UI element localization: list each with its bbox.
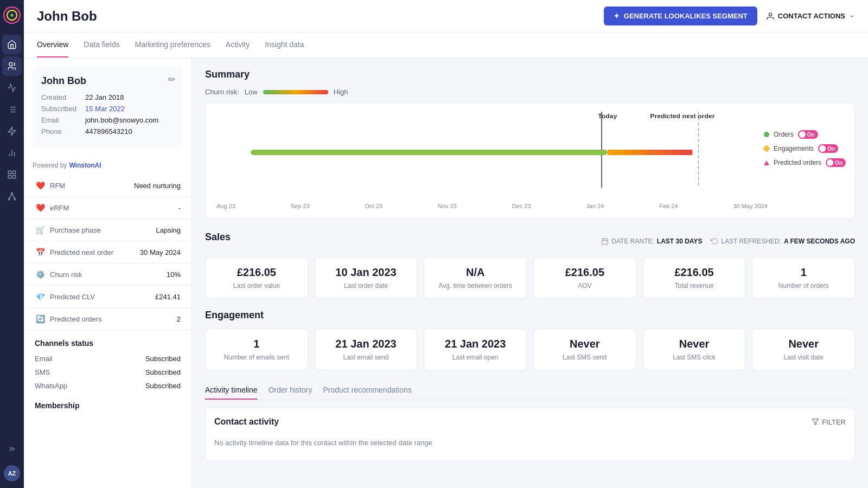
metric-churn-risk: ⚙️ Churn risk 10% <box>24 264 192 286</box>
no-activity-message: No activity timeline data for this conta… <box>214 433 846 452</box>
sidebar-expand-btn[interactable] <box>2 439 22 459</box>
contact-created-field: Created 22 Jan 2018 <box>41 93 174 101</box>
sidebar: AZ <box>0 0 24 488</box>
channels-title: Channels status <box>24 330 192 352</box>
svg-point-2 <box>10 14 14 17</box>
channel-whatsapp: WhatsApp Subscribed <box>24 379 192 393</box>
legend-orders-dot <box>764 132 769 137</box>
sales-section: Sales DATE RANTE: LAST 30 DAYS LAST REFR… <box>205 232 855 299</box>
left-panel: John Bob ✏ Created 22 Jan 2018 Subscribe… <box>24 58 192 488</box>
svg-text:Predicted next order: Predicted next order <box>650 113 715 119</box>
tab-order-history[interactable]: Order history <box>268 381 312 400</box>
powered-by: Powered by WinstonAI <box>24 156 192 175</box>
contact-card-name: John Bob <box>41 75 174 87</box>
svg-rect-28 <box>251 150 608 155</box>
sales-card-aov: £216.05 AOV <box>533 257 636 299</box>
top-header: John Bob ✦ GENERATE LOOKALIKES SEGMENT C… <box>24 0 868 33</box>
svg-rect-15 <box>13 171 16 174</box>
engagement-title: Engagement <box>205 310 855 321</box>
orders-toggle[interactable]: On <box>798 130 818 139</box>
user-avatar[interactable]: AZ <box>4 465 20 481</box>
engagement-cards: 1 Number of emails sent 21 Jan 2023 Last… <box>205 329 855 370</box>
contact-activity-section: Contact activity FILTER No activity time… <box>205 408 855 461</box>
engagement-card-last-visit-date: Never Last visit date <box>752 329 855 370</box>
edit-contact-icon[interactable]: ✏ <box>168 74 175 85</box>
churn-risk-bar: Churn risk: Low High <box>205 88 855 96</box>
engagement-card-last-email-send: 21 Jan 2023 Last email send <box>315 329 418 370</box>
channel-sms: SMS Subscribed <box>24 365 192 379</box>
metric-erfm: ❤️ eRFM - <box>24 197 192 219</box>
tab-marketing-preferences[interactable]: Marketing preferences <box>135 33 210 57</box>
risk-gradient-bar <box>263 90 328 94</box>
activity-tabs: Activity timeline Order history Product … <box>205 381 855 400</box>
churn-risk-icon: ⚙️ <box>35 269 46 280</box>
sidebar-item-home[interactable] <box>2 35 22 54</box>
metric-predicted-next-order: 📅 Predicted next order 30 May 2024 <box>24 241 192 264</box>
svg-rect-29 <box>608 150 692 155</box>
svg-rect-17 <box>8 176 11 178</box>
erfm-icon: ❤️ <box>35 202 46 213</box>
legend-engagements: Engagements On <box>764 144 846 153</box>
last-refreshed-item: LAST REFRESHED: A FEW SECONDS AGO <box>711 237 855 245</box>
page-title: John Bob <box>37 9 97 24</box>
engagement-card-last-sms-click: Never Last SMS click <box>643 329 746 370</box>
engagement-card-last-sms-send: Never Last SMS send <box>533 329 636 370</box>
filter-button[interactable]: FILTER <box>812 418 846 426</box>
content-area: John Bob ✏ Created 22 Jan 2018 Subscribe… <box>24 58 868 488</box>
sidebar-item-reports[interactable] <box>2 143 22 163</box>
sales-card-last-order-value: £216.05 Last order value <box>205 257 308 299</box>
main-content: John Bob ✦ GENERATE LOOKALIKES SEGMENT C… <box>24 0 868 488</box>
contact-activity-title: Contact activity <box>214 417 279 427</box>
legend-predicted-orders: Predicted orders On <box>764 158 846 167</box>
contact-activity-header: Contact activity FILTER <box>214 417 846 427</box>
chart-svg: Today Predicted next order <box>214 112 759 198</box>
engagement-section: Engagement 1 Number of emails sent 21 Ja… <box>205 310 855 370</box>
svg-marker-10 <box>8 127 16 136</box>
metric-predicted-orders: 🔄 Predicted orders 2 <box>24 308 192 330</box>
sales-title: Sales <box>205 232 231 243</box>
channel-email: Email Subscribed <box>24 352 192 365</box>
svg-rect-30 <box>602 239 608 245</box>
tab-overview[interactable]: Overview <box>37 33 68 57</box>
tab-insight-data[interactable]: Insight data <box>265 33 304 57</box>
sidebar-item-integrations[interactable] <box>2 187 22 206</box>
calendar-icon: 📅 <box>35 247 46 258</box>
svg-point-18 <box>11 192 13 194</box>
predicted-orders-icon: 🔄 <box>35 313 46 324</box>
legend-orders: Orders On <box>764 130 846 139</box>
right-panel: Summary Churn risk: Low High Orders On <box>192 58 868 488</box>
tab-activity-timeline[interactable]: Activity timeline <box>205 381 257 400</box>
svg-point-23 <box>769 13 771 16</box>
sidebar-item-grid[interactable] <box>2 165 22 184</box>
contact-card: John Bob ✏ Created 22 Jan 2018 Subscribe… <box>33 67 183 147</box>
app-logo[interactable] <box>3 7 21 24</box>
predicted-orders-toggle[interactable]: On <box>826 158 846 167</box>
legend-engagements-dot <box>763 145 770 152</box>
svg-rect-14 <box>8 171 11 174</box>
engagement-card-emails-sent: 1 Number of emails sent <box>205 329 308 370</box>
header-actions: ✦ GENERATE LOOKALIKES SEGMENT CONTACT AC… <box>604 7 855 25</box>
generate-lookalikes-button[interactable]: ✦ GENERATE LOOKALIKES SEGMENT <box>604 7 757 25</box>
contact-actions-button[interactable]: CONTACT ACTIONS <box>766 12 855 21</box>
svg-point-19 <box>8 198 10 200</box>
date-range-info: DATE RANTE: LAST 30 DAYS LAST REFRESHED:… <box>601 237 855 245</box>
sidebar-item-contacts[interactable] <box>2 56 22 76</box>
sidebar-item-lightning[interactable] <box>2 121 22 141</box>
sidebar-item-activity[interactable] <box>2 78 22 98</box>
tab-product-recommendations[interactable]: Product recommendations <box>323 381 411 400</box>
sales-card-total-revenue: £216.05 Total revenue <box>643 257 746 299</box>
sidebar-item-lists[interactable] <box>2 100 22 119</box>
engagements-toggle[interactable]: On <box>818 144 838 153</box>
contact-email-field: Email john.bob@snowyo.com <box>41 116 174 124</box>
metric-purchase-phase: 🛒 Purchase phase Lapsing <box>24 219 192 241</box>
sales-card-number-of-orders: 1 Number of orders <box>752 257 855 299</box>
tab-activity[interactable]: Activity <box>226 33 250 57</box>
chart-legend: Orders On Engagements On Predicted order… <box>764 130 846 167</box>
summary-section: Summary Churn risk: Low High Orders On <box>205 69 855 219</box>
svg-marker-34 <box>812 419 819 425</box>
clv-icon: 💎 <box>35 291 46 302</box>
tab-data-fields[interactable]: Data fields <box>84 33 119 57</box>
membership-title: Membership <box>24 393 192 414</box>
contact-phone-field: Phone 447896543210 <box>41 127 174 136</box>
sales-card-last-order-date: 10 Jan 2023 Last order date <box>315 257 418 299</box>
